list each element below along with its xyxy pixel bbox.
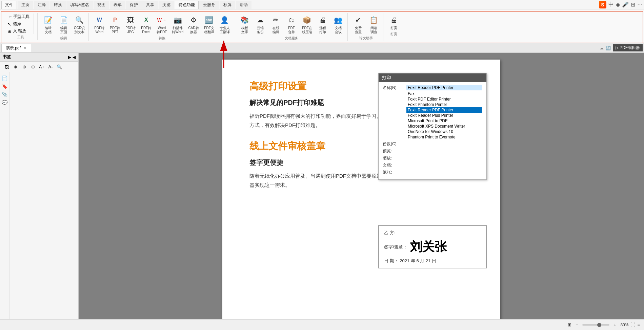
free-check-btn[interactable]: ✔ 免费 查重	[351, 14, 365, 35]
grid-icon[interactable]: ⊞	[631, 1, 635, 8]
menu-special[interactable]: 特色功能	[175, 1, 199, 9]
print-group-label: 打宽	[390, 32, 397, 37]
zoom-plus-btn[interactable]: +	[611, 322, 618, 328]
pdf-to-ppt-btn[interactable]: P PDF转 PPT	[108, 14, 122, 35]
pdf-to-jpg-btn[interactable]: 🖼 PDF转 JPG	[123, 14, 138, 35]
more-icon[interactable]: ⋯	[637, 1, 643, 8]
shrink-tool-btn[interactable]: ⊞ 入 缩放	[6, 28, 31, 34]
printer-onenote[interactable]: OneNote for Windows 10	[406, 129, 482, 134]
expert-translate-btn[interactable]: 👤 专业人 工翻译	[218, 14, 232, 35]
zoom-slider[interactable]	[582, 324, 609, 326]
templates-btn[interactable]: 📚 模板 文库	[238, 14, 252, 35]
pdf-to-excel-btn[interactable]: X PDF转 Excel	[139, 14, 153, 35]
edit-items: 📝 编辑 文档 📄 编辑 页面 🔍 OCR识 别文本	[41, 14, 86, 35]
remote-print-btn[interactable]: 🖨 远程 打印	[316, 14, 330, 35]
menu-help[interactable]: 帮助	[236, 1, 251, 9]
input-method-icon[interactable]: 中	[608, 1, 614, 8]
doc-tab-close-btn[interactable]: ×	[23, 46, 27, 50]
doc-services-group-label: 文档服务	[285, 36, 298, 41]
menu-cloud[interactable]: 云服务	[199, 1, 219, 9]
printer-ms-pdf[interactable]: Microsoft Print to PDF	[406, 118, 482, 124]
fit-page-icon[interactable]: ⊞	[568, 322, 571, 327]
convert-items: W PDF转 Word P PDF转 PPT 🖼 PDF转 JPG X PDF转…	[92, 14, 232, 35]
word-pdf-icon: W→	[156, 15, 167, 25]
shrink-label: 入 缩放	[13, 28, 26, 34]
printer-foxit-plus[interactable]: Foxit Reader Plus Printer	[406, 113, 482, 118]
pdf-merge-icon: 🗂	[286, 15, 297, 25]
sidebar-nav-forward[interactable]: ▶	[68, 55, 71, 60]
edit-doc-btn[interactable]: 📝 编辑 文档	[41, 14, 55, 35]
ocr-icon: 🔍	[74, 15, 85, 25]
reading-check-btn[interactable]: 📋 阅读 调查	[367, 14, 381, 35]
menu-home[interactable]: 主页	[18, 1, 33, 9]
doc-tab[interactable]: 演示.pdf ×	[1, 44, 32, 52]
font-increase-icon[interactable]: A+	[38, 63, 45, 70]
cad-btn[interactable]: ⚙ CAD转 换器	[186, 14, 201, 35]
zoom-thumb[interactable]	[597, 323, 601, 327]
printer-foxit-reader[interactable]: Foxit Reader PDF Printer	[406, 107, 482, 113]
online-edit-btn[interactable]: ✏ 在线 编辑	[269, 14, 283, 35]
doc-meeting-btn[interactable]: 👥 文档 会议	[331, 14, 345, 35]
printer-phantom-evernote[interactable]: Phantom Print to Evernote	[406, 134, 482, 140]
menu-forms[interactable]: 表单	[110, 1, 125, 9]
print-dialog-title: 打印	[379, 73, 486, 82]
edit-doc-icon: 📝	[43, 15, 54, 25]
sidebar-bookmark-icon[interactable]: 🔖	[1, 83, 8, 90]
sidebar-nav-back[interactable]: ◀	[73, 55, 76, 60]
printer-foxit-phantom[interactable]: Foxit Phantom Printer	[406, 102, 482, 107]
bookmark-add3-icon[interactable]: ⊕	[29, 63, 37, 70]
pdf-compress-btn[interactable]: 📦 PDF在 线压缩	[300, 14, 314, 35]
online-edit-icon: ✏	[270, 15, 281, 25]
bookmark-add2-icon[interactable]: ⊕	[20, 63, 28, 70]
signature-box: 乙 方: 签字/盖章： 刘关张 日 期： 2021 年 6 月 21 日	[378, 225, 487, 268]
sidebar-attach-icon[interactable]: 📎	[1, 91, 8, 98]
ocr-btn[interactable]: 🔍 OCR识 别文本	[72, 14, 86, 35]
printer-name-input[interactable]: Foxit Reader PDF Printer	[406, 85, 482, 90]
menu-annotation[interactable]: 注释	[34, 1, 49, 9]
hand-tool-btn[interactable]: ☞ 手型工具	[6, 14, 31, 20]
doc-label: 文档:	[383, 162, 406, 168]
search-sidebar-icon[interactable]: 🔍	[56, 63, 63, 70]
tools-items: ☞ 手型工具 ↖ 选择 ⊞ 入 缩放	[6, 14, 35, 34]
cloud-icon: ☁	[600, 46, 604, 50]
printer-fax[interactable]: Fax	[406, 91, 482, 96]
bookmark-add-icon[interactable]: ⊕	[12, 63, 19, 70]
pdf-translate-label: PDF文 档翻译	[204, 26, 214, 34]
pdf-merge-btn[interactable]: 🗂 PDF 合并	[284, 14, 299, 35]
menu-browse[interactable]: 浏览	[159, 1, 174, 9]
pdf-editor-panel-label[interactable]: ▷ PDF编辑器	[613, 44, 643, 51]
print-items: 🖨 打宽	[387, 14, 401, 31]
select-tool-btn[interactable]: ↖ 选择	[6, 21, 31, 27]
menu-fill-sign[interactable]: 填写&签名	[66, 1, 93, 9]
menu-share[interactable]: 共享	[142, 1, 158, 9]
print-action-btn[interactable]: 🖨 打宽	[387, 14, 401, 31]
pdf-to-word-btn[interactable]: W PDF转 Word	[92, 14, 106, 35]
edit-page-icon: 📄	[58, 15, 69, 25]
top-right-icons: S 中 ◆ 🎤 ⊞ ⋯	[599, 1, 643, 8]
pdf-translate-btn[interactable]: 🔤 PDF文 档翻译	[202, 14, 216, 35]
menu-file[interactable]: 文件	[1, 1, 17, 9]
cloud-backup-btn[interactable]: ☁ 云端 备份	[253, 14, 267, 35]
sidebar-comment-icon[interactable]: 💬	[1, 99, 8, 106]
diamond-icon[interactable]: ◆	[616, 1, 620, 8]
edit-page-btn[interactable]: 📄 编辑 页面	[57, 14, 71, 35]
menu-signage[interactable]: 标牌	[220, 1, 235, 9]
fullscreen-icon[interactable]: ⛶	[630, 322, 635, 328]
font-decrease-icon[interactable]: A-	[47, 63, 54, 70]
printer-foxit-editor[interactable]: Foxit PDF Editor Printer	[406, 96, 482, 102]
bookmark-expand-icon[interactable]: 🖼	[3, 63, 10, 70]
word-to-pdf-btn[interactable]: W→ Word 转PDF	[155, 14, 169, 35]
menu-view[interactable]: 视图	[94, 1, 109, 9]
hand-select-group: ☞ 手型工具 ↖ 选择 ⊞ 入 缩放	[6, 14, 34, 34]
title-bar-right: S 中 ◆ 🎤 ⊞ ⋯	[599, 1, 643, 8]
menu-convert[interactable]: 转换	[50, 1, 66, 9]
hand-tool-label: 手型工具	[13, 14, 29, 20]
mic-icon[interactable]: 🎤	[622, 1, 629, 8]
ribbon-group-print: 🖨 打宽 打宽	[385, 13, 403, 37]
zoom-minus-btn[interactable]: －	[573, 322, 580, 328]
printer-ms-xps[interactable]: Microsoft XPS Document Writer	[406, 124, 482, 129]
scan-to-word-btn[interactable]: 📷 扫描件 转Word	[170, 14, 185, 35]
print-action-icon: 🖨	[388, 15, 399, 25]
sidebar-page-icon[interactable]: 📄	[1, 75, 8, 82]
menu-protect[interactable]: 保护	[126, 1, 142, 9]
